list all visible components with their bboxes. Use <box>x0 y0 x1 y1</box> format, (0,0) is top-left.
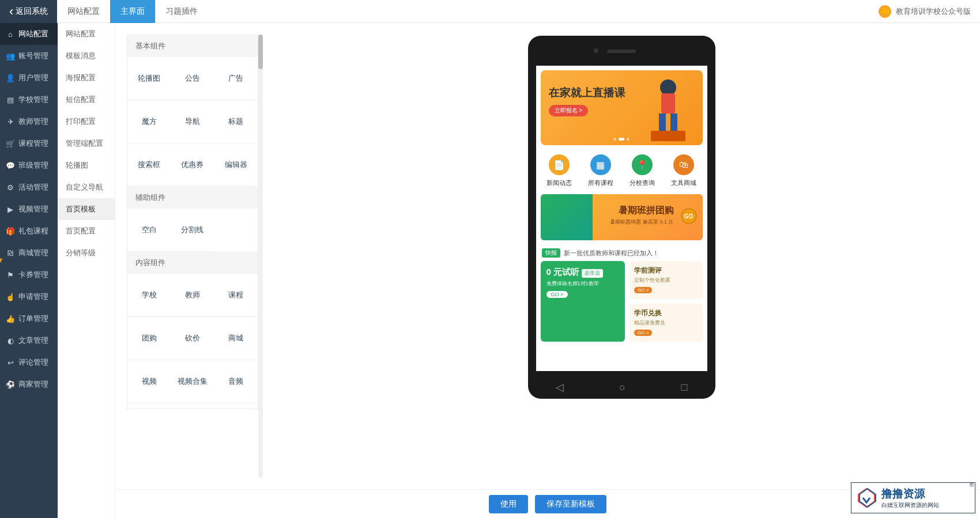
scrollbar-thumb[interactable] <box>258 35 263 69</box>
sidebar1-item[interactable]: ⚽商家管理 <box>0 373 58 395</box>
sidebar2-item[interactable]: 管理端配置 <box>58 133 115 154</box>
component-item[interactable]: 学校 <box>127 274 171 317</box>
sidebar1-item[interactable]: 👥账号管理 <box>0 45 58 67</box>
card-exchange-go[interactable]: GO > <box>634 330 652 336</box>
card-assessment[interactable]: 学前测评 定制个性化教案 GO > <box>630 261 703 299</box>
component-item[interactable]: 视频合集 <box>171 360 214 403</box>
component-item[interactable]: 视频 <box>127 360 171 403</box>
sidebar1-item[interactable]: ↩评论管理 <box>0 351 58 373</box>
component-item[interactable]: 团购 <box>127 317 171 360</box>
sidebar2-item[interactable]: 首页模板 <box>58 198 115 220</box>
component-item[interactable]: 砍价 <box>171 317 214 360</box>
banner-cta[interactable]: 立即报名 > <box>549 105 589 116</box>
card-assessment-go[interactable]: GO > <box>634 287 652 293</box>
sidebar2-item[interactable]: 首页配置 <box>58 220 115 242</box>
nav-icon-label: 文具商城 <box>671 179 696 187</box>
component-item[interactable]: 搜索框 <box>127 143 171 187</box>
tab-main-ui[interactable]: 主界面 <box>110 0 155 23</box>
sidebar1-item[interactable]: ₪商城管理 <box>0 242 58 264</box>
sidebar1-item[interactable]: ⚙活动管理 <box>0 176 58 198</box>
sidebar1-label: 教师管理 <box>18 116 48 127</box>
sidebar1-item[interactable]: ◐文章管理 <box>0 330 58 351</box>
sidebar1-icon: ⚽ <box>6 380 15 389</box>
preview-news[interactable]: 快报 新一批优质教师和课程已经加入！ <box>536 245 707 261</box>
sidebar1-label: 网站配置 <box>18 29 48 39</box>
card-exchange[interactable]: 学币兑换 精品课免费兑 GO > <box>630 304 703 342</box>
phone-recent-icon[interactable]: □ <box>681 381 687 394</box>
use-button[interactable]: 使用 <box>489 495 528 513</box>
sidebar1-label: 课程管理 <box>18 138 48 149</box>
preview-nav-icon[interactable]: 📍分校查询 <box>630 154 655 187</box>
promo-go-button[interactable]: GO <box>681 208 697 224</box>
save-template-button[interactable]: 保存至新模板 <box>535 495 606 513</box>
card-trial-go[interactable]: GO > <box>546 291 568 298</box>
component-item[interactable]: 编辑器 <box>214 143 258 187</box>
phone-back-icon[interactable]: ◁ <box>556 381 564 394</box>
card-trial[interactable]: 0 元试听新学员 免费体验名师1对1教学 GO > <box>541 261 625 342</box>
sidebar1-item[interactable]: 👤用户管理 <box>0 67 58 89</box>
component-item[interactable]: 新闻 <box>127 403 171 409</box>
component-item[interactable]: 导航 <box>171 100 214 143</box>
component-item[interactable]: 魔方 <box>127 100 171 143</box>
phone-speaker <box>607 50 636 53</box>
phone-camera <box>594 48 598 53</box>
back-button[interactable]: 返回系统 <box>0 0 57 23</box>
component-item[interactable]: 礼包 <box>171 403 214 409</box>
sidebar1-item[interactable]: ✈教师管理 <box>0 111 58 133</box>
component-item[interactable]: 公告 <box>171 57 214 100</box>
component-item[interactable]: 标题 <box>214 100 258 143</box>
component-group-header: 内容组件 <box>127 252 258 274</box>
sidebar2-item[interactable]: 自定义导航 <box>58 176 115 198</box>
sidebar1-label: 视频管理 <box>18 204 48 214</box>
nav-icon-circle: 📍 <box>632 154 653 175</box>
phone-frame: 在家就上直播课 立即报名 > 📄新闻动态▦所有课程📍分校查询🛍文具商城 暑期班拼… <box>528 36 715 399</box>
sidebar1-item[interactable]: ▤学校管理 <box>0 89 58 111</box>
component-item[interactable]: 教师 <box>171 274 214 317</box>
sidebar2-item[interactable]: 轮播图 <box>58 154 115 176</box>
nav-icon-label: 新闻动态 <box>546 179 572 187</box>
preview-area: 在家就上直播课 立即报名 > 📄新闻动态▦所有课程📍分校查询🛍文具商城 暑期班拼… <box>274 35 968 409</box>
preview-nav-icon[interactable]: 🛍文具商城 <box>671 154 696 187</box>
card-assessment-title: 学前测评 <box>634 266 698 275</box>
sidebar1-item[interactable]: 💬班级管理 <box>0 154 58 176</box>
phone-home-icon[interactable]: ○ <box>619 381 625 394</box>
sidebar2-item[interactable]: 网站配置 <box>58 23 115 45</box>
sidebar1-item[interactable]: 🎁礼包课程 <box>0 220 58 242</box>
sidebar1-label: 账号管理 <box>18 51 48 61</box>
sidebar1-item[interactable]: ☝申请管理 <box>0 286 58 308</box>
tab-exercise-plugin[interactable]: 习题插件 <box>155 0 208 23</box>
phone-screen[interactable]: 在家就上直播课 立即报名 > 📄新闻动态▦所有课程📍分校查询🛍文具商城 暑期班拼… <box>536 66 707 371</box>
sidebar1-icon: ↩ <box>6 358 15 367</box>
sidebar2-item[interactable]: 模板消息 <box>58 45 115 67</box>
component-item[interactable]: 课程 <box>214 274 258 317</box>
tab-site-config[interactable]: 网站配置 <box>57 0 110 23</box>
watermark-title: 撸撸资源 <box>881 486 939 501</box>
sidebar1-item[interactable]: ⚑卡券管理 <box>0 264 58 286</box>
svg-rect-1 <box>661 93 675 114</box>
sidebar1-item[interactable]: ⌂网站配置 <box>0 23 58 45</box>
preview-promo[interactable]: 暑期班拼团购 暑期钜惠特惠 最高至 0.1 元 GO <box>541 194 703 240</box>
preview-nav-icon[interactable]: ▦所有课程 <box>588 154 613 187</box>
component-item[interactable]: 广告 <box>214 57 258 100</box>
sidebar2-item[interactable]: 短信配置 <box>58 89 115 111</box>
sidebar1-item[interactable]: 🛒课程管理 <box>0 133 58 154</box>
sidebar2-item[interactable]: 分销等级 <box>58 242 115 264</box>
card-assessment-sub: 定制个性化教案 <box>634 277 698 284</box>
component-item[interactable]: 分割线 <box>171 209 214 252</box>
sidebar2-item[interactable]: 海报配置 <box>58 67 115 89</box>
news-text: 新一批优质教师和课程已经加入！ <box>564 249 659 258</box>
component-item[interactable]: 优惠券 <box>171 143 214 187</box>
preview-banner[interactable]: 在家就上直播课 立即报名 > <box>541 70 703 145</box>
sidebar-secondary: 网站配置模板消息海报配置短信配置打印配置管理端配置轮播图自定义导航首页模板首页配… <box>58 23 115 518</box>
component-item[interactable]: 空白 <box>127 209 171 252</box>
preview-nav-icon[interactable]: 📄新闻动态 <box>546 154 572 187</box>
sidebar2-item[interactable]: 打印配置 <box>58 111 115 133</box>
sidebar1-item[interactable]: 👍订单管理 <box>0 308 58 330</box>
sidebar1-item[interactable]: ▶视频管理 <box>0 198 58 220</box>
component-item[interactable]: 商城 <box>214 317 258 360</box>
scrollbar[interactable] <box>258 35 263 478</box>
component-item[interactable]: 轮播图 <box>127 57 171 100</box>
svg-rect-4 <box>651 131 685 141</box>
component-item[interactable]: 活动报名 <box>214 403 258 409</box>
component-item[interactable]: 音频 <box>214 360 258 403</box>
